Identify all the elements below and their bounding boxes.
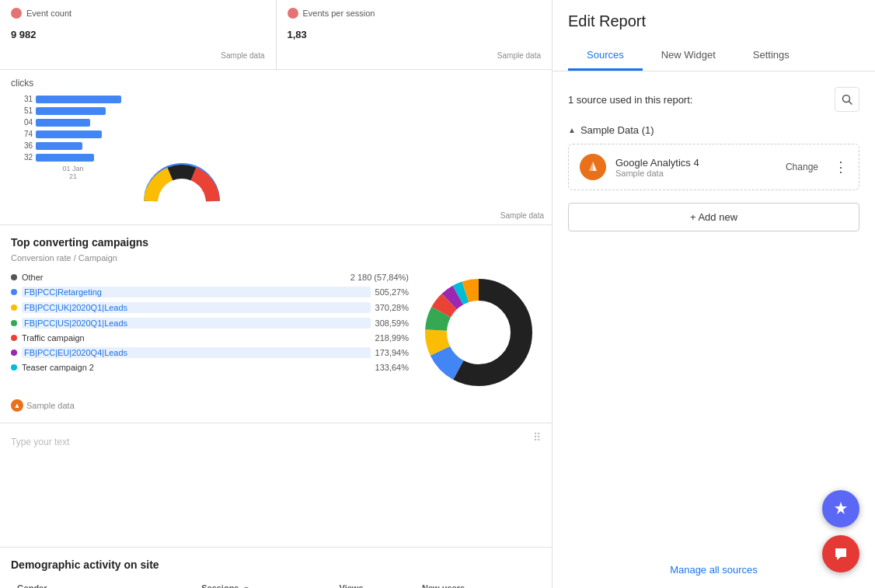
campaign-row: Other 2 180 (57,84%) (11, 270, 409, 284)
campaign-row: FB|PCC|Retargeting 505,27% (11, 284, 409, 300)
fab-container (822, 490, 859, 572)
change-source-button[interactable]: Change (779, 158, 824, 176)
tab-sources[interactable]: Sources (568, 41, 643, 71)
campaign-value: 505,27% (375, 287, 409, 297)
event-count-label: Event count (26, 9, 71, 18)
chevron-down-icon: ▲ (568, 126, 576, 134)
right-panel-content: 1 source used in this report: ▲ Sample D… (553, 71, 875, 551)
svg-line-10 (849, 102, 852, 105)
campaign-value: 173,94% (375, 348, 409, 357)
campaign-name: FB|PCC|UK|2020Q1|Leads (22, 302, 371, 313)
campaign-row: FB|PCC|EU|2020Q4|Leads 173,94% (11, 345, 409, 360)
campaign-dot (11, 274, 17, 280)
bar-6 (36, 154, 94, 162)
campaigns-title: Top converting campaigns (11, 236, 541, 249)
event-count-icon (11, 8, 22, 19)
campaigns-subtitle: Conversion rate / Campaign (11, 253, 541, 263)
clicks-sample-data: Sample data (500, 211, 544, 220)
chat-button[interactable] (822, 535, 859, 572)
clicks-bar-area: 31 51 04 74 36 32 (11, 95, 135, 162)
campaign-value: 133,64% (375, 363, 409, 372)
campaign-value: 2 180 (57,84%) (350, 273, 409, 282)
metric-events-per-session: Events per session 1,83 Sample data (277, 0, 553, 69)
tabs-bar: Sources New Widget Settings (568, 41, 859, 71)
campaigns-list: Other 2 180 (57,84%) FB|PCC|Retargeting … (11, 270, 409, 395)
right-panel-header: Edit Report Sources New Widget Settings (553, 0, 875, 71)
campaigns-source-icon: ▲ (11, 399, 23, 412)
section-title: Sample Data (1) (580, 124, 654, 136)
add-new-source-button[interactable]: + Add new (568, 203, 859, 231)
events-session-label: Events per session (303, 9, 375, 18)
col-header-gender: Gender (11, 579, 195, 588)
clicks-label: clicks (11, 78, 135, 89)
text-widget: ⠿ Type your text (0, 423, 552, 548)
campaign-dot (11, 289, 17, 295)
edit-report-title: Edit Report (568, 12, 859, 30)
ga4-icon (580, 154, 606, 180)
tab-settings[interactable]: Settings (734, 41, 808, 71)
metric-event-count: Event count 9 982 Sample data (0, 0, 277, 69)
top-metrics-bar: Event count 9 982 Sample data Events per… (0, 0, 552, 70)
campaign-value: 218,99% (375, 333, 409, 343)
event-count-sample: Sample data (11, 50, 265, 61)
campaign-dot (11, 364, 17, 371)
bar-2 (36, 107, 106, 115)
bar-3 (36, 119, 90, 127)
campaign-dot (11, 350, 17, 356)
campaign-name: Teaser campaign 2 (22, 363, 371, 372)
chat-icon (832, 545, 849, 562)
sources-count-label: 1 source used in this report: (568, 94, 692, 106)
campaign-dot (11, 304, 17, 311)
demographic-table: Gender Sessions ▼ Views New users Gender… (11, 579, 541, 588)
campaigns-sample-data: Sample data (26, 399, 75, 412)
sort-icon: ▼ (243, 585, 250, 588)
bar-5 (36, 142, 82, 150)
svg-point-8 (448, 301, 510, 364)
campaign-value: 308,59% (375, 318, 409, 328)
campaign-name: Other (22, 273, 346, 282)
demographic-widget: Demographic activity on site Gender Sess… (0, 548, 552, 588)
campaign-row: Teaser campaign 2 133,64% (11, 360, 409, 374)
semi-donut-chart (143, 162, 221, 209)
source-name: Google Analytics 4 (615, 157, 770, 169)
events-session-icon (288, 8, 298, 19)
campaign-name: FB|PCC|Retargeting (22, 287, 371, 297)
drag-handle-icon[interactable]: ⠿ (533, 431, 541, 444)
bar-4 (36, 130, 102, 138)
sample-data-section: ▲ Sample Data (1) Google Analytics 4 Sam… (568, 124, 859, 190)
campaign-row: Traffic campaign 218,99% (11, 331, 409, 345)
tab-new-widget[interactable]: New Widget (643, 41, 734, 71)
clicks-widget: clicks 31 51 04 74 36 32 01 Jan21 Sample… (0, 70, 552, 225)
campaign-row: FB|PCC|UK|2020Q1|Leads 370,28% (11, 300, 409, 315)
search-button[interactable] (835, 87, 859, 112)
source-type: Sample data (615, 169, 770, 178)
campaign-name: Traffic campaign (22, 333, 371, 343)
campaign-dot (11, 335, 17, 341)
left-panel: Event count 9 982 Sample data Events per… (0, 0, 552, 588)
campaigns-widget: Top converting campaigns Conversion rate… (0, 225, 552, 423)
campaign-dot (11, 320, 17, 326)
section-header[interactable]: ▲ Sample Data (1) (568, 124, 859, 136)
ai-icon (831, 499, 850, 518)
donut-chart (417, 270, 541, 395)
source-info: Google Analytics 4 Sample data (615, 157, 770, 178)
more-options-button[interactable]: ⋮ (834, 158, 848, 176)
col-header-newusers: New users (416, 579, 541, 588)
events-session-value: 1,83 (288, 29, 542, 40)
bar-1 (36, 96, 121, 103)
campaign-name: FB|PCC|EU|2020Q4|Leads (22, 347, 371, 358)
event-count-value: 9 982 (11, 29, 265, 40)
search-icon (842, 94, 852, 105)
sources-header: 1 source used in this report: (568, 87, 859, 112)
text-widget-placeholder[interactable]: Type your text (11, 437, 69, 447)
ai-assistant-button[interactable] (822, 490, 859, 527)
date-label: 01 Jan21 (11, 165, 135, 180)
demographic-title: Demographic activity on site (11, 558, 541, 571)
col-header-sessions[interactable]: Sessions ▼ (195, 579, 333, 588)
source-card: Google Analytics 4 Sample data Change ⋮ (568, 144, 859, 190)
events-session-sample: Sample data (288, 50, 542, 61)
campaign-name: FB|PCC|US|2020Q1|Leads (22, 318, 371, 329)
campaign-value: 370,28% (375, 303, 409, 312)
campaign-row: FB|PCC|US|2020Q1|Leads 308,59% (11, 315, 409, 331)
col-header-views: Views (333, 579, 416, 588)
